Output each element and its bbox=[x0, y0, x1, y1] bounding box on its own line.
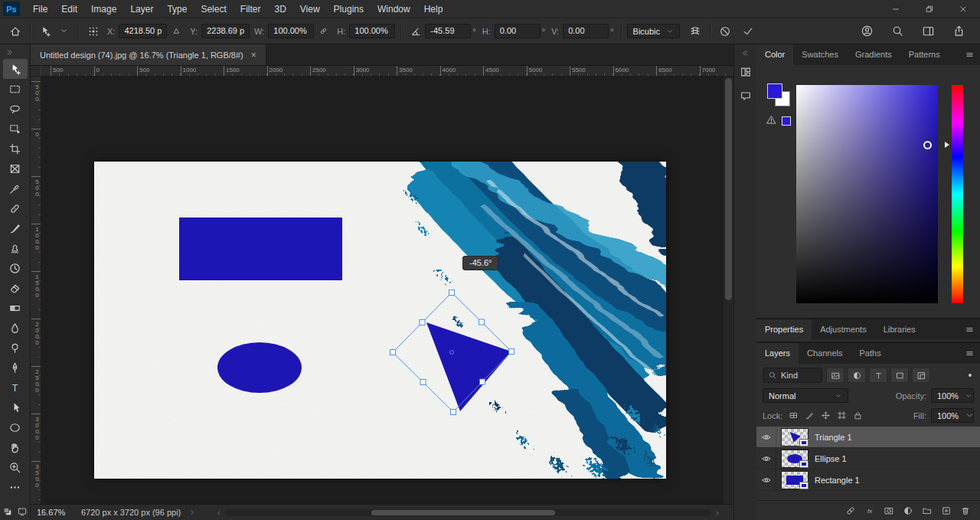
color-tab-color[interactable]: Color bbox=[756, 44, 793, 65]
layer-style-icon[interactable]: fx bbox=[864, 505, 875, 516]
account-icon[interactable] bbox=[858, 25, 876, 38]
menu-help[interactable]: Help bbox=[417, 0, 450, 18]
panel-menu-icon[interactable] bbox=[959, 44, 980, 65]
dodge-tool[interactable] bbox=[3, 338, 28, 358]
transform-handle[interactable] bbox=[420, 320, 425, 325]
status-options-icon[interactable] bbox=[188, 509, 196, 516]
close-icon[interactable] bbox=[946, 0, 980, 18]
object-select-tool[interactable] bbox=[3, 119, 28, 139]
history-brush-tool[interactable] bbox=[3, 258, 28, 278]
vertical-scrollbar-thumb[interactable] bbox=[725, 78, 732, 300]
restore-icon[interactable] bbox=[913, 0, 946, 18]
menu-layer[interactable]: Layer bbox=[123, 0, 160, 18]
lock-artboard-icon[interactable] bbox=[837, 410, 847, 420]
gamut-warning-icon[interactable] bbox=[766, 114, 777, 126]
transform-handle[interactable] bbox=[509, 349, 514, 355]
interpolation-select[interactable]: Bicubic bbox=[627, 24, 680, 38]
menu-view[interactable]: View bbox=[293, 0, 327, 18]
cancel-transform-icon[interactable] bbox=[716, 25, 734, 38]
canvas-viewport[interactable]: -45.6° bbox=[41, 77, 723, 504]
transform-handle[interactable] bbox=[390, 350, 396, 355]
properties-tab-libraries[interactable]: Libraries bbox=[875, 319, 924, 340]
layer-thumbnail[interactable] bbox=[781, 471, 808, 489]
link-layers-icon[interactable] bbox=[845, 505, 856, 516]
saturation-brightness-field[interactable] bbox=[796, 85, 938, 303]
gradient-tool[interactable] bbox=[3, 298, 28, 318]
layer-visibility-toggle[interactable] bbox=[756, 469, 776, 490]
vertical-scrollbar[interactable] bbox=[723, 77, 733, 504]
layers-tab-paths[interactable]: Paths bbox=[851, 343, 890, 364]
rectangle-shape[interactable] bbox=[179, 217, 342, 280]
layer-thumbnail[interactable] bbox=[781, 450, 808, 468]
hue-slider[interactable] bbox=[952, 85, 963, 303]
crop-tool[interactable] bbox=[3, 139, 28, 159]
path-select-tool[interactable] bbox=[3, 397, 28, 417]
x-value[interactable]: 4218.50 p bbox=[119, 24, 167, 38]
shape-tool[interactable] bbox=[3, 417, 28, 437]
adjustment-icon[interactable] bbox=[903, 505, 913, 516]
smart-filter-icon[interactable] bbox=[912, 368, 930, 383]
shape-filter-icon[interactable] bbox=[890, 368, 909, 383]
opacity-select[interactable]: 100% bbox=[931, 388, 974, 403]
lock-move-icon[interactable] bbox=[821, 410, 831, 420]
comment-icon[interactable] bbox=[737, 87, 755, 105]
ruler-corner[interactable] bbox=[31, 66, 41, 77]
blur-tool[interactable] bbox=[3, 318, 28, 338]
transform-handle[interactable] bbox=[480, 379, 485, 384]
healing-brush-tool[interactable] bbox=[3, 198, 28, 218]
adjustment-filter-icon[interactable] bbox=[848, 368, 866, 383]
preset-chevron-icon[interactable] bbox=[54, 27, 73, 35]
document-canvas[interactable] bbox=[94, 162, 666, 479]
arrange-icon[interactable] bbox=[737, 63, 755, 81]
eraser-tool[interactable] bbox=[3, 278, 28, 298]
pixel-filter-icon[interactable] bbox=[826, 368, 844, 383]
home-icon[interactable] bbox=[6, 25, 24, 38]
color-picker-cursor[interactable] bbox=[923, 141, 932, 149]
maintain-aspect-icon[interactable] bbox=[314, 27, 332, 35]
layer-row[interactable]: Triangle 1 bbox=[756, 427, 980, 448]
eyedropper-tool[interactable] bbox=[3, 178, 28, 198]
layers-tab-layers[interactable]: Layers bbox=[756, 343, 799, 364]
panel-menu-icon[interactable] bbox=[959, 319, 980, 340]
reference-point-icon[interactable] bbox=[84, 25, 103, 38]
menu-select[interactable]: Select bbox=[194, 0, 233, 18]
horizontal-scrollbar-thumb[interactable] bbox=[371, 510, 556, 515]
menu-file[interactable]: File bbox=[26, 0, 54, 18]
properties-tab-properties[interactable]: Properties bbox=[756, 319, 812, 340]
y-value[interactable]: 2238.69 p bbox=[201, 24, 250, 38]
blend-mode-select[interactable]: Normal bbox=[763, 388, 848, 403]
zoom-tool[interactable] bbox=[3, 457, 28, 477]
lasso-tool[interactable] bbox=[3, 99, 28, 119]
lock-brush-icon[interactable] bbox=[805, 410, 815, 420]
hue-slider-marker[interactable] bbox=[945, 142, 949, 148]
layer-row[interactable]: Rectangle 1 bbox=[756, 469, 980, 491]
lock-transparent-icon[interactable] bbox=[789, 410, 799, 420]
ellipse-shape[interactable] bbox=[217, 342, 302, 393]
layer-filter-kind[interactable]: Kind bbox=[763, 368, 822, 383]
scroll-right-icon[interactable] bbox=[714, 509, 721, 517]
h-value[interactable]: 100.00% bbox=[349, 24, 395, 38]
layers-tab-channels[interactable]: Channels bbox=[799, 343, 851, 364]
type-tool[interactable]: T bbox=[3, 378, 28, 397]
search-icon[interactable] bbox=[888, 25, 906, 38]
transform-handle[interactable] bbox=[451, 410, 456, 415]
toolbar-expand-icon[interactable] bbox=[0, 44, 14, 59]
layer-mask-icon[interactable] bbox=[884, 505, 894, 516]
lock-all-icon[interactable] bbox=[853, 410, 863, 420]
delete-icon[interactable] bbox=[960, 505, 971, 516]
scroll-left-icon[interactable] bbox=[215, 509, 223, 517]
frame-tool[interactable] bbox=[3, 159, 28, 178]
brush-tool[interactable] bbox=[3, 218, 28, 238]
color-tab-patterns[interactable]: Patterns bbox=[900, 44, 949, 65]
filter-toggle-icon[interactable] bbox=[966, 371, 974, 379]
foreground-color-swatch[interactable] bbox=[767, 83, 782, 99]
warp-mode-icon[interactable] bbox=[686, 25, 704, 38]
skew-v-value[interactable]: 0.00 bbox=[563, 24, 609, 38]
group-icon[interactable] bbox=[922, 505, 933, 516]
menu-edit[interactable]: Edit bbox=[54, 0, 84, 18]
rotation-value[interactable]: -45.59 bbox=[425, 24, 471, 38]
horizontal-scrollbar[interactable] bbox=[226, 509, 710, 516]
foreground-background-icon[interactable] bbox=[2, 506, 13, 517]
collapse-panels-icon[interactable] bbox=[741, 44, 750, 63]
zoom-level[interactable]: 16.67% bbox=[37, 508, 72, 517]
